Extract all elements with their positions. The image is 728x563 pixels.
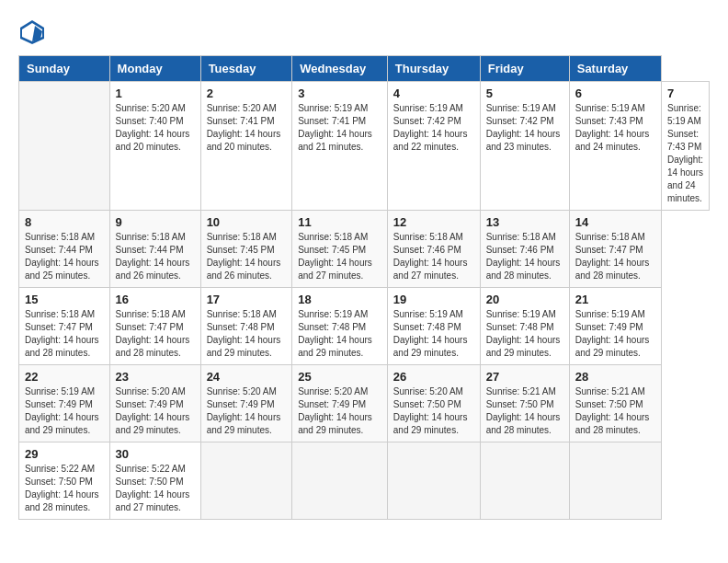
day-number: 29: [25, 447, 104, 461]
calendar-cell: 16Sunrise: 5:18 AM Sunset: 7:47 PM Dayli…: [109, 288, 200, 365]
calendar-cell: [569, 442, 661, 520]
logo: [18, 18, 50, 46]
calendar-header-sunday: Sunday: [19, 56, 110, 82]
calendar-week-row: 1Sunrise: 5:20 AM Sunset: 7:40 PM Daylig…: [19, 82, 710, 211]
calendar-cell: 15Sunrise: 5:18 AM Sunset: 7:47 PM Dayli…: [19, 288, 110, 365]
day-number: 14: [575, 215, 655, 229]
day-number: 11: [298, 215, 381, 229]
day-detail: Sunrise: 5:22 AM Sunset: 7:50 PM Dayligh…: [25, 463, 104, 514]
day-detail: Sunrise: 5:19 AM Sunset: 7:41 PM Dayligh…: [298, 102, 381, 154]
calendar-cell: 21Sunrise: 5:19 AM Sunset: 7:49 PM Dayli…: [569, 288, 661, 365]
calendar-header-tuesday: Tuesday: [200, 56, 292, 82]
day-number: 8: [25, 215, 104, 229]
day-detail: Sunrise: 5:18 AM Sunset: 7:45 PM Dayligh…: [207, 231, 287, 282]
day-number: 5: [486, 86, 563, 100]
calendar-cell: 30Sunrise: 5:22 AM Sunset: 7:50 PM Dayli…: [109, 442, 200, 520]
calendar-cell: 24Sunrise: 5:20 AM Sunset: 7:49 PM Dayli…: [200, 365, 292, 442]
calendar-table: SundayMondayTuesdayWednesdayThursdayFrid…: [18, 55, 710, 520]
day-detail: Sunrise: 5:20 AM Sunset: 7:40 PM Dayligh…: [116, 102, 195, 154]
calendar-header-row: SundayMondayTuesdayWednesdayThursdayFrid…: [19, 56, 710, 82]
day-detail: Sunrise: 5:19 AM Sunset: 7:48 PM Dayligh…: [298, 308, 381, 360]
calendar-cell: 5Sunrise: 5:19 AM Sunset: 7:42 PM Daylig…: [480, 82, 569, 211]
day-number: 28: [575, 370, 655, 384]
day-detail: Sunrise: 5:20 AM Sunset: 7:49 PM Dayligh…: [207, 385, 287, 437]
calendar-cell: 8Sunrise: 5:18 AM Sunset: 7:44 PM Daylig…: [19, 211, 110, 288]
calendar-cell: 29Sunrise: 5:22 AM Sunset: 7:50 PM Dayli…: [19, 442, 110, 520]
calendar-cell: 26Sunrise: 5:20 AM Sunset: 7:50 PM Dayli…: [387, 365, 480, 442]
day-detail: Sunrise: 5:18 AM Sunset: 7:45 PM Dayligh…: [298, 231, 381, 282]
day-number: 17: [207, 293, 287, 306]
day-number: 12: [393, 215, 474, 229]
calendar-week-row: 22Sunrise: 5:19 AM Sunset: 7:49 PM Dayli…: [19, 365, 710, 442]
day-number: 16: [116, 293, 195, 306]
day-detail: Sunrise: 5:19 AM Sunset: 7:48 PM Dayligh…: [486, 308, 563, 360]
calendar-cell: [292, 442, 388, 520]
day-detail: Sunrise: 5:19 AM Sunset: 7:43 PM Dayligh…: [575, 102, 655, 154]
day-detail: Sunrise: 5:21 AM Sunset: 7:50 PM Dayligh…: [486, 385, 563, 437]
calendar-cell: 9Sunrise: 5:18 AM Sunset: 7:44 PM Daylig…: [109, 211, 200, 288]
day-number: 7: [667, 86, 703, 100]
page-header: [18, 18, 710, 46]
calendar-cell: 6Sunrise: 5:19 AM Sunset: 7:43 PM Daylig…: [569, 82, 661, 211]
calendar-cell: [200, 442, 292, 520]
day-number: 25: [298, 370, 381, 384]
calendar-cell-empty: [19, 82, 110, 211]
day-number: 13: [486, 215, 563, 229]
calendar-cell: 17Sunrise: 5:18 AM Sunset: 7:48 PM Dayli…: [200, 288, 292, 365]
day-detail: Sunrise: 5:18 AM Sunset: 7:44 PM Dayligh…: [116, 231, 195, 282]
day-detail: Sunrise: 5:19 AM Sunset: 7:42 PM Dayligh…: [486, 102, 563, 154]
calendar-cell: [387, 442, 480, 520]
calendar-header-monday: Monday: [109, 56, 200, 82]
day-number: 3: [298, 86, 381, 100]
day-number: 23: [116, 370, 195, 384]
day-number: 27: [486, 370, 563, 384]
day-number: 4: [393, 86, 474, 100]
day-number: 22: [25, 370, 104, 384]
calendar-header-saturday: Saturday: [569, 56, 661, 82]
calendar-cell: 14Sunrise: 5:18 AM Sunset: 7:47 PM Dayli…: [569, 211, 661, 288]
calendar-cell: 27Sunrise: 5:21 AM Sunset: 7:50 PM Dayli…: [480, 365, 569, 442]
day-number: 2: [207, 86, 287, 100]
day-detail: Sunrise: 5:18 AM Sunset: 7:46 PM Dayligh…: [393, 231, 474, 282]
calendar-cell: 13Sunrise: 5:18 AM Sunset: 7:46 PM Dayli…: [480, 211, 569, 288]
calendar-cell: 11Sunrise: 5:18 AM Sunset: 7:45 PM Dayli…: [292, 211, 388, 288]
day-number: 10: [207, 215, 287, 229]
day-number: 20: [486, 293, 563, 306]
calendar-cell: 18Sunrise: 5:19 AM Sunset: 7:48 PM Dayli…: [292, 288, 388, 365]
calendar-cell: 19Sunrise: 5:19 AM Sunset: 7:48 PM Dayli…: [387, 288, 480, 365]
calendar-header-friday: Friday: [480, 56, 569, 82]
day-detail: Sunrise: 5:19 AM Sunset: 7:43 PM Dayligh…: [667, 102, 703, 205]
calendar-cell: 2Sunrise: 5:20 AM Sunset: 7:41 PM Daylig…: [200, 82, 292, 211]
day-number: 18: [298, 293, 381, 306]
calendar-cell: [480, 442, 569, 520]
day-number: 30: [116, 447, 195, 461]
day-detail: Sunrise: 5:19 AM Sunset: 7:49 PM Dayligh…: [575, 308, 655, 360]
calendar-header-wednesday: Wednesday: [292, 56, 388, 82]
logo-icon: [18, 18, 46, 46]
calendar-cell: 1Sunrise: 5:20 AM Sunset: 7:40 PM Daylig…: [109, 82, 200, 211]
day-detail: Sunrise: 5:19 AM Sunset: 7:49 PM Dayligh…: [25, 385, 104, 437]
day-detail: Sunrise: 5:20 AM Sunset: 7:50 PM Dayligh…: [393, 385, 474, 437]
day-detail: Sunrise: 5:20 AM Sunset: 7:41 PM Dayligh…: [207, 102, 287, 154]
day-number: 19: [393, 293, 474, 306]
day-number: 15: [25, 293, 104, 306]
day-detail: Sunrise: 5:19 AM Sunset: 7:42 PM Dayligh…: [393, 102, 474, 154]
calendar-cell: 10Sunrise: 5:18 AM Sunset: 7:45 PM Dayli…: [200, 211, 292, 288]
day-detail: Sunrise: 5:22 AM Sunset: 7:50 PM Dayligh…: [116, 463, 195, 514]
calendar-cell: 12Sunrise: 5:18 AM Sunset: 7:46 PM Dayli…: [387, 211, 480, 288]
day-number: 26: [393, 370, 474, 384]
calendar-cell: 23Sunrise: 5:20 AM Sunset: 7:49 PM Dayli…: [109, 365, 200, 442]
calendar-cell: 7Sunrise: 5:19 AM Sunset: 7:43 PM Daylig…: [662, 82, 710, 211]
calendar-week-row: 29Sunrise: 5:22 AM Sunset: 7:50 PM Dayli…: [19, 442, 710, 520]
day-detail: Sunrise: 5:19 AM Sunset: 7:48 PM Dayligh…: [393, 308, 474, 360]
day-detail: Sunrise: 5:20 AM Sunset: 7:49 PM Dayligh…: [116, 385, 195, 437]
day-detail: Sunrise: 5:18 AM Sunset: 7:48 PM Dayligh…: [207, 308, 287, 360]
day-detail: Sunrise: 5:18 AM Sunset: 7:47 PM Dayligh…: [25, 308, 104, 360]
calendar-cell: 20Sunrise: 5:19 AM Sunset: 7:48 PM Dayli…: [480, 288, 569, 365]
day-number: 24: [207, 370, 287, 384]
calendar-week-row: 8Sunrise: 5:18 AM Sunset: 7:44 PM Daylig…: [19, 211, 710, 288]
day-detail: Sunrise: 5:18 AM Sunset: 7:46 PM Dayligh…: [486, 231, 563, 282]
day-detail: Sunrise: 5:18 AM Sunset: 7:47 PM Dayligh…: [575, 231, 655, 282]
day-number: 1: [116, 86, 195, 100]
calendar-cell: 4Sunrise: 5:19 AM Sunset: 7:42 PM Daylig…: [387, 82, 480, 211]
